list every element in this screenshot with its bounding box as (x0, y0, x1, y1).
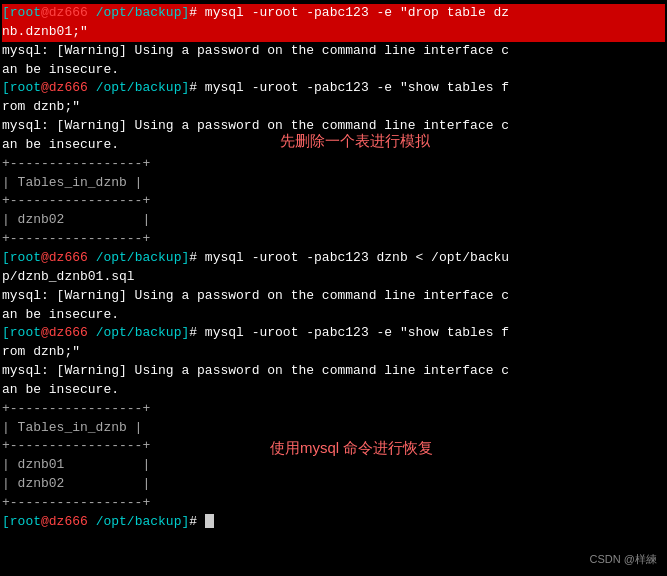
command-text-1: # mysql -uroot -pabc123 -e "drop table d… (189, 5, 509, 20)
command-line-3: [root@dz666 /opt/backup]# mysql -uroot -… (2, 249, 665, 268)
annotation-1: 先删除一个表进行模拟 (280, 130, 430, 153)
watermark: CSDN @样練 (590, 552, 657, 568)
warning-line-8: an be insecure. (2, 381, 665, 400)
command-line-4b: rom dznb;" (2, 343, 665, 362)
command-line-1: [root@dz666 /opt/backup]# mysql -uroot -… (2, 4, 665, 23)
warning-line-2: an be insecure. (2, 61, 665, 80)
cursor (205, 514, 214, 528)
warning-line-7: mysql: [Warning] Using a password on the… (2, 362, 665, 381)
table-border-6: +-----------------+ (2, 494, 665, 513)
command-line-2: [root@dz666 /opt/backup]# mysql -uroot -… (2, 79, 665, 98)
table-border-1: +-----------------+ (2, 155, 665, 174)
table-border-2: +-----------------+ (2, 192, 665, 211)
annotation-2: 使用mysql 命令进行恢复 (270, 437, 433, 460)
table-row-3: | dznb02 | (2, 475, 665, 494)
command-line-4: [root@dz666 /opt/backup]# mysql -uroot -… (2, 324, 665, 343)
terminal-window: [root@dz666 /opt/backup]# mysql -uroot -… (0, 0, 667, 576)
command-line-1b: nb.dznb01;" (2, 23, 665, 42)
warning-line-6: an be insecure. (2, 306, 665, 325)
warning-line-5: mysql: [Warning] Using a password on the… (2, 287, 665, 306)
table-header-2: | Tables_in_dznb | (2, 419, 665, 438)
table-border-3: +-----------------+ (2, 230, 665, 249)
command-text-1b: nb.dznb01;" (2, 24, 88, 39)
table-header-1: | Tables_in_dznb | (2, 174, 665, 193)
final-prompt: [root@dz666 /opt/backup]# (2, 513, 665, 532)
table-border-4: +-----------------+ (2, 400, 665, 419)
table-row-1: | dznb02 | (2, 211, 665, 230)
prompt-at-hostname-1: @dz666 (41, 5, 88, 20)
prompt-bracket-1: [root (2, 5, 41, 20)
command-line-3b: p/dznb_dznb01.sql (2, 268, 665, 287)
prompt-path-1: /opt/backup] (88, 5, 189, 20)
warning-line-1: mysql: [Warning] Using a password on the… (2, 42, 665, 61)
command-line-2b: rom dznb;" (2, 98, 665, 117)
